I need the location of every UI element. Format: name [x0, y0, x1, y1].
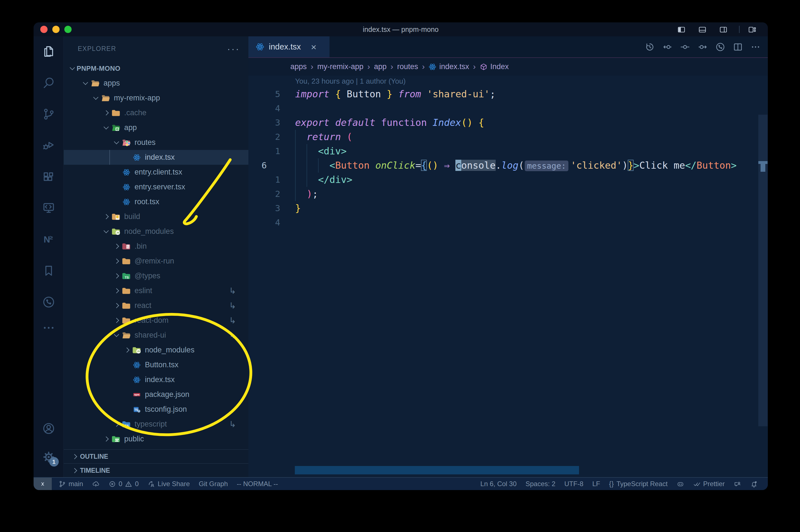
activitybar-item-source-control[interactable] — [42, 108, 55, 121]
tree-item-entry-client-tsx[interactable]: entry.client.tsx — [64, 165, 248, 179]
status-item-git-graph[interactable]: Git Graph — [194, 478, 232, 490]
status-item-feedback[interactable] — [729, 478, 746, 490]
tree-item-button-tsx[interactable]: Button.tsx — [64, 358, 248, 372]
status-item-notifications[interactable] — [746, 478, 762, 490]
symlink-icon: ↳ — [229, 419, 236, 429]
commit-node-icon[interactable] — [680, 42, 690, 52]
svg-text:JS: JS — [137, 350, 140, 353]
status-item-indentation[interactable]: Spaces: 2 — [521, 478, 560, 490]
status-item-encoding[interactable]: UTF-8 — [560, 478, 588, 490]
activitybar-item-search[interactable] — [42, 76, 55, 90]
status-item-eol[interactable]: LF — [588, 478, 605, 490]
layout-sidebar-left-icon[interactable] — [677, 25, 686, 33]
tree-item--types[interactable]: TS@types — [64, 268, 248, 283]
code-line[interactable]: 2 return ( — [248, 130, 768, 144]
layout-sidebar-right-icon[interactable] — [719, 25, 728, 33]
activitybar-item-settings[interactable]: 1 — [42, 450, 55, 464]
activitybar-item-bookmarks[interactable] — [42, 264, 55, 278]
tree-item-tsconfig-json[interactable]: TS*tsconfig.json — [64, 402, 248, 417]
layout-panel-icon[interactable] — [698, 25, 707, 33]
code-line[interactable]: 5import { Button } from 'shared-ui'; — [248, 87, 768, 101]
activitybar-item-more-views[interactable] — [42, 321, 55, 335]
tree-item-package-json[interactable]: npmpackage.json — [64, 387, 248, 402]
line-number: 2 — [248, 130, 295, 144]
split-editor-icon[interactable] — [733, 42, 743, 52]
code-line[interactable]: 3} — [248, 201, 768, 215]
tree-item-entry-server-tsx[interactable]: entry.server.tsx — [64, 179, 248, 194]
react-icon — [122, 198, 131, 206]
tree-item-apps[interactable]: apps — [64, 76, 248, 91]
status-item-git-branch[interactable]: main — [54, 478, 88, 490]
activitybar-item-nx-console[interactable]: N≥ — [42, 233, 55, 246]
react-icon — [132, 361, 141, 369]
tree-item-index-tsx[interactable]: index.tsx — [64, 372, 248, 387]
status-item-publish-changes[interactable] — [88, 478, 104, 490]
breadcrumb-item-apps[interactable]: apps — [290, 62, 307, 71]
account-icon — [42, 422, 55, 435]
code-line[interactable]: 1 </div> — [248, 173, 768, 187]
tree-item-my-remix-app[interactable]: my-remix-app — [64, 91, 248, 106]
breadcrumb-item-index[interactable]: Index — [480, 62, 509, 71]
code-line[interactable]: 1 <div> — [248, 144, 768, 158]
prev-change-icon[interactable] — [662, 42, 672, 52]
close-tab-icon[interactable]: × — [311, 42, 316, 52]
tree-item-app[interactable]: app — [64, 120, 248, 135]
breadcrumb-item-routes[interactable]: routes — [397, 62, 418, 71]
status-item-remote-indicator[interactable] — [34, 478, 52, 490]
tree-item--bin[interactable]: 0110.bin — [64, 239, 248, 254]
tree-item-react[interactable]: react↳ — [64, 298, 248, 313]
tree-item-public[interactable]: public — [64, 432, 248, 446]
more-actions-icon[interactable] — [750, 42, 761, 52]
activitybar-item-extensions[interactable] — [42, 170, 55, 184]
tree-item-shared-ui[interactable]: shared-ui↳ — [64, 328, 248, 343]
status-item-vim-mode[interactable]: -- NORMAL -- — [232, 478, 283, 490]
activitybar-item-explorer[interactable] — [42, 45, 55, 58]
breadcrumb-item-index-tsx[interactable]: index.tsx — [428, 62, 469, 71]
horizontal-scrollbar[interactable] — [295, 466, 579, 474]
tree-item-react-dom[interactable]: react-dom↳ — [64, 313, 248, 328]
code-line[interactable]: 3export default function Index() { — [248, 115, 768, 130]
status-item-formatter-prettier[interactable]: Prettier — [689, 478, 729, 490]
activitybar-item-run-debug[interactable] — [42, 139, 55, 152]
status-item-copilot[interactable] — [672, 478, 689, 490]
next-change-icon[interactable] — [698, 42, 708, 52]
double-check — [693, 480, 701, 488]
activitybar-item-accounts[interactable] — [42, 422, 55, 435]
tree-item-node-modules[interactable]: JSnode_modules — [64, 224, 248, 239]
tree-item-routes[interactable]: routes — [64, 135, 248, 150]
git-graph-circle-icon[interactable] — [715, 42, 725, 52]
code-line[interactable]: 2 ); — [248, 187, 768, 201]
code-line[interactable]: 6 <Button onClick={() ⇒ console.log(mess… — [248, 158, 768, 173]
history-icon[interactable] — [645, 42, 655, 52]
status-label: UTF-8 — [565, 480, 584, 488]
layout-customize-icon[interactable] — [748, 25, 757, 33]
status-item-live-share[interactable]: Live Share — [143, 478, 194, 490]
breadcrumb-item-my-remix-app[interactable]: my-remix-app — [317, 62, 363, 71]
breadcrumb-item-app[interactable]: app — [374, 62, 386, 71]
vertical-scrollbar[interactable] — [758, 115, 767, 477]
activitybar-item-git-graph[interactable] — [42, 296, 55, 309]
code-line[interactable]: 4 — [248, 101, 768, 115]
tree-item--cache[interactable]: .cache — [64, 106, 248, 120]
status-item-cursor-position[interactable]: Ln 6, Col 30 — [476, 478, 521, 490]
vim-block-cursor: c — [455, 160, 461, 171]
code-editor[interactable]: You, 23 hours ago | 1 author (You) 5impo… — [248, 76, 768, 477]
sidebar-section-outline[interactable]: OUTLINE — [64, 449, 248, 463]
line-number: 3 — [248, 201, 295, 215]
tree-item--remix-run[interactable]: @remix-run — [64, 254, 248, 268]
sidebar-section-timeline[interactable]: TIMELINE — [64, 463, 248, 477]
code-line[interactable]: 4 — [248, 215, 768, 230]
tree-item-typescript[interactable]: TStypescript↳ — [64, 417, 248, 432]
activitybar-item-remote-explorer[interactable] — [42, 202, 55, 215]
react-icon — [428, 63, 436, 71]
tab-index-tsx[interactable]: index.tsx × — [248, 36, 329, 57]
tree-item-root-tsx[interactable]: root.tsx — [64, 194, 248, 209]
explorer-more-actions-icon[interactable]: ··· — [227, 46, 240, 52]
tree-item-node-modules[interactable]: JSnode_modules — [64, 343, 248, 358]
tree-item-index-tsx[interactable]: index.tsx — [64, 150, 248, 165]
status-item-language-mode[interactable]: {}TypeScript React — [605, 478, 672, 490]
status-item-problems[interactable]: 00 — [104, 478, 143, 490]
tree-item-eslint[interactable]: eslint↳ — [64, 283, 248, 298]
tree-item-build[interactable]: build — [64, 209, 248, 224]
tree-root-pnpm-mono[interactable]: PNPM-MONO — [64, 61, 248, 76]
